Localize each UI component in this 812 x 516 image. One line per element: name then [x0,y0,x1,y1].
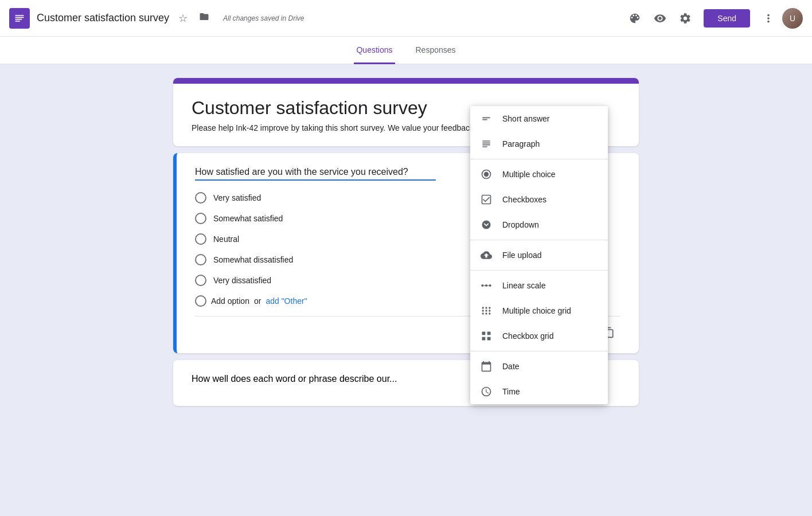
menu-item-checkbox-grid[interactable]: Checkbox grid [470,323,608,349]
menu-label-linear-scale: Linear scale [502,281,546,290]
app-title: Customer satisfaction survey [37,12,169,24]
short-answer-icon [479,112,493,126]
menu-label-multiple-choice: Multiple choice [502,170,556,179]
file-upload-icon [479,248,493,262]
svg-point-9 [482,307,484,308]
palette-button[interactable] [623,7,646,30]
svg-rect-21 [487,337,491,341]
menu-divider-3 [470,270,608,271]
menu-label-checkboxes: Checkboxes [502,195,546,204]
menu-divider-2 [470,240,608,240]
checkboxes-icon [479,193,493,206]
radio-placeholder [195,295,206,307]
send-button[interactable]: Send [704,9,750,28]
option-label: Neutral [213,234,239,244]
option-label: Somewhat dissatisfied [213,255,293,264]
autosave-status: All changes saved in Drive [223,14,304,22]
svg-point-14 [489,310,490,311]
menu-item-time[interactable]: Time [470,379,608,404]
svg-point-17 [489,312,490,314]
radio-circle[interactable] [195,213,206,224]
tab-responses[interactable]: Responses [413,37,458,64]
checkbox-grid-icon [479,329,493,343]
menu-item-multiple-choice-grid[interactable]: Multiple choice grid [470,298,608,323]
option-label: Very dissatisfied [213,276,271,285]
svg-point-4 [481,284,483,287]
menu-item-dropdown[interactable]: Dropdown [470,212,608,237]
time-icon [479,385,493,398]
svg-point-1 [484,172,489,177]
more-options-button[interactable] [757,7,780,30]
menu-item-file-upload[interactable]: File upload [470,243,608,268]
svg-rect-20 [482,337,486,341]
svg-point-16 [485,312,487,314]
svg-rect-19 [487,332,491,335]
header-actions: Send U [623,7,803,30]
question-text-input[interactable] [195,167,436,181]
settings-button[interactable] [674,7,697,30]
option-label: Somewhat satisfied [213,214,283,223]
next-question-text: How well does each word or phrase descri… [192,374,397,384]
menu-item-paragraph[interactable]: Paragraph [470,131,608,157]
menu-item-date[interactable]: Date [470,354,608,379]
paragraph-icon [479,137,493,151]
menu-label-file-upload: File upload [502,251,542,260]
app-header: Customer satisfaction survey ☆ All chang… [0,0,812,37]
star-icon[interactable]: ☆ [176,10,190,27]
folder-icon[interactable] [197,9,212,27]
svg-point-3 [482,221,491,229]
menu-label-date: Date [502,362,520,371]
svg-rect-18 [482,332,486,335]
date-icon [479,359,493,373]
menu-divider-1 [470,159,608,159]
radio-circle[interactable] [195,254,206,265]
question-type-dropdown: Short answer Paragraph Multiple choice C… [470,106,608,404]
svg-point-15 [482,312,484,314]
menu-label-checkbox-grid: Checkbox grid [502,331,554,341]
header-left: Customer satisfaction survey ☆ All chang… [9,8,623,29]
multiple-choice-icon [479,167,493,181]
svg-point-12 [482,310,484,311]
menu-label-time: Time [502,387,520,396]
svg-point-10 [485,307,487,308]
menu-item-short-answer[interactable]: Short answer [470,106,608,131]
add-option-or: or [254,296,261,306]
tab-questions[interactable]: Questions [354,37,395,64]
radio-circle[interactable] [195,275,206,286]
svg-point-11 [489,307,490,308]
svg-point-13 [485,310,487,311]
dropdown-icon [479,218,493,232]
radio-circle[interactable] [195,233,206,245]
option-label: Very satisfied [213,193,261,202]
menu-label-paragraph: Paragraph [502,139,540,148]
radio-circle[interactable] [195,192,206,204]
svg-point-6 [485,284,487,287]
menu-item-checkboxes[interactable]: Checkboxes [470,187,608,212]
menu-item-linear-scale[interactable]: Linear scale [470,273,608,298]
menu-label-dropdown: Dropdown [502,220,539,229]
multiple-choice-grid-icon [479,304,493,318]
menu-divider-4 [470,351,608,351]
menu-label-short-answer: Short answer [502,114,549,123]
svg-point-8 [489,284,491,287]
menu-item-multiple-choice[interactable]: Multiple choice [470,162,608,187]
menu-label-multiple-choice-grid: Multiple choice grid [502,306,571,315]
app-logo [9,8,30,29]
preview-button[interactable] [649,7,672,30]
linear-scale-icon [479,279,493,292]
add-other-link[interactable]: add "Other" [266,296,307,306]
avatar[interactable]: U [782,8,803,29]
tabs-bar: Questions Responses [0,37,812,64]
avatar-initials: U [782,8,803,29]
add-option-label[interactable]: Add option [211,296,249,306]
